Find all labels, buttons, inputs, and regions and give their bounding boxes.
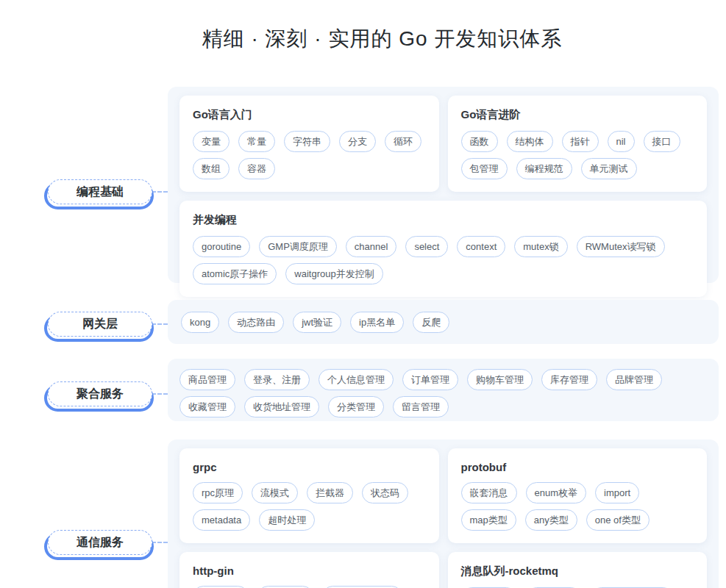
- tag-chip[interactable]: kong: [181, 312, 219, 333]
- section-aggregation-services: 商品管理登录、注册个人信息管理订单管理购物车管理库存管理品牌管理收藏管理收货地址…: [168, 359, 719, 421]
- card-http-gin: http-gin 表单验证错误翻译middlware原理: [179, 552, 439, 588]
- card-rocketmq: 消息队列-rocketmq 普通消息事务消息PushConsumer: [448, 552, 708, 588]
- tag-chip[interactable]: 商品管理: [179, 369, 235, 390]
- tag-chip[interactable]: map类型: [461, 509, 516, 531]
- tag-chip[interactable]: any类型: [525, 509, 577, 531]
- tag-chip[interactable]: 反爬: [413, 312, 449, 333]
- tag-list: 函数结构体指针nil接口包管理编程规范单元测试: [461, 131, 694, 179]
- connector-line: [152, 323, 168, 325]
- category-pill-communication-services[interactable]: 通信服务: [48, 530, 152, 555]
- card-title: 并发编程: [193, 213, 694, 227]
- card-go-language-advanced: Go语言进阶 函数结构体指针nil接口包管理编程规范单元测试: [448, 96, 708, 192]
- tag-chip[interactable]: GMP调度原理: [259, 236, 337, 257]
- category-pill-aggregation-services[interactable]: 聚合服务: [48, 381, 152, 406]
- card-title: Go语言进阶: [461, 108, 694, 122]
- tag-chip[interactable]: 分类管理: [328, 396, 384, 417]
- tag-chip[interactable]: ip黑名单: [350, 312, 404, 333]
- category-pill-label: 网关层: [82, 317, 118, 332]
- tag-list: 嵌套消息enum枚举importmap类型any类型one of类型: [461, 482, 694, 531]
- card-title: http-gin: [193, 564, 426, 577]
- tag-list: goroutineGMP调度原理channelselectcontextmute…: [193, 236, 694, 284]
- connector-line: [152, 191, 168, 193]
- tag-chip[interactable]: 留言管理: [393, 396, 449, 417]
- tag-chip[interactable]: 分支: [339, 131, 376, 152]
- card-concurrent-programming: 并发编程 goroutineGMP调度原理channelselectcontex…: [179, 201, 707, 297]
- tag-chip[interactable]: 变量: [193, 131, 229, 152]
- connector-line: [152, 393, 168, 395]
- tag-chip[interactable]: 指针: [562, 131, 599, 152]
- tag-chip[interactable]: 数组: [193, 158, 229, 179]
- card-grpc: grpc rpc原理流模式拦截器状态码metadata超时处理: [179, 448, 439, 543]
- card-go-language-intro: Go语言入门 变量常量字符串分支循环数组容器: [179, 96, 439, 192]
- card-title: protobuf: [461, 461, 694, 473]
- category-pill-label: 通信服务: [76, 535, 124, 551]
- section-gateway-layer: kong动态路由jwt验证ip黑名单反爬: [168, 300, 719, 344]
- tag-chip[interactable]: one of类型: [586, 509, 650, 531]
- tag-chip[interactable]: goroutine: [193, 236, 250, 257]
- tag-chip[interactable]: 购物车管理: [467, 369, 533, 390]
- tag-chip[interactable]: 状态码: [362, 482, 408, 503]
- tag-chip[interactable]: channel: [346, 236, 397, 257]
- tag-chip[interactable]: rpc原理: [193, 482, 243, 503]
- tag-list: rpc原理流模式拦截器状态码metadata超时处理: [193, 482, 426, 531]
- category-pill-label: 聚合服务: [76, 387, 124, 402]
- card-title: grpc: [193, 461, 426, 473]
- tag-chip[interactable]: enum枚举: [526, 482, 587, 503]
- tag-chip[interactable]: 收藏管理: [179, 396, 235, 417]
- tag-chip[interactable]: metadata: [193, 509, 250, 531]
- tag-chip[interactable]: 超时处理: [259, 509, 315, 531]
- knowledge-map-page: 精细 · 深刻 · 实用的 Go 开发知识体系 编程基础 网关层 聚合服务 通信…: [0, 0, 726, 588]
- tag-chip[interactable]: mutex锁: [514, 236, 567, 257]
- tag-chip[interactable]: 函数: [461, 131, 498, 152]
- tag-list: 变量常量字符串分支循环数组容器: [193, 131, 426, 179]
- section-programming-basics: Go语言入门 变量常量字符串分支循环数组容器 Go语言进阶 函数结构体指针nil…: [168, 87, 719, 283]
- card-protobuf: protobuf 嵌套消息enum枚举importmap类型any类型one o…: [448, 448, 708, 543]
- tag-chip[interactable]: import: [595, 482, 639, 503]
- page-title: 精细 · 深刻 · 实用的 Go 开发知识体系: [0, 25, 726, 53]
- tag-chip[interactable]: 品牌管理: [606, 369, 662, 390]
- tag-list: kong动态路由jwt验证ip黑名单反爬: [181, 312, 705, 333]
- tag-chip[interactable]: 单元测试: [581, 158, 637, 179]
- category-pill-label: 编程基础: [76, 184, 124, 200]
- tag-chip[interactable]: 流模式: [252, 482, 298, 503]
- category-pill-programming-basics[interactable]: 编程基础: [48, 179, 152, 204]
- tag-chip[interactable]: 拦截器: [307, 482, 353, 503]
- tag-chip[interactable]: jwt验证: [293, 312, 341, 333]
- tag-chip[interactable]: 包管理: [461, 158, 508, 179]
- tag-chip[interactable]: select: [405, 236, 448, 257]
- tag-chip[interactable]: 订单管理: [402, 369, 458, 390]
- connector-line: [152, 542, 168, 543]
- tag-chip[interactable]: 动态路由: [228, 312, 284, 333]
- tag-chip[interactable]: 容器: [238, 158, 275, 179]
- tag-chip[interactable]: nil: [608, 131, 635, 152]
- tag-chip[interactable]: waitgroup并发控制: [285, 263, 382, 284]
- tag-chip[interactable]: 循环: [385, 131, 421, 152]
- tag-chip[interactable]: atomic原子操作: [193, 263, 277, 284]
- tag-chip[interactable]: 库存管理: [541, 369, 597, 390]
- tag-chip[interactable]: 常量: [238, 131, 275, 152]
- tag-chip[interactable]: 编程规范: [516, 158, 572, 179]
- tag-chip[interactable]: 个人信息管理: [318, 369, 394, 390]
- card-title: Go语言入门: [193, 108, 426, 122]
- tag-chip[interactable]: 登录、注册: [244, 369, 310, 390]
- tag-chip[interactable]: 收货地址管理: [244, 396, 319, 417]
- category-pill-gateway-layer[interactable]: 网关层: [48, 312, 152, 337]
- tag-chip[interactable]: context: [457, 236, 505, 257]
- card-title: 消息队列-rocketmq: [461, 564, 694, 578]
- tag-chip[interactable]: 字符串: [284, 131, 330, 152]
- tag-chip[interactable]: 嵌套消息: [461, 482, 517, 503]
- tag-chip[interactable]: 接口: [644, 131, 680, 152]
- section-communication-services: grpc rpc原理流模式拦截器状态码metadata超时处理 protobuf…: [168, 440, 719, 588]
- tag-chip[interactable]: RWMutex读写锁: [577, 236, 665, 257]
- tag-chip[interactable]: 结构体: [507, 131, 553, 152]
- tag-list: 商品管理登录、注册个人信息管理订单管理购物车管理库存管理品牌管理收藏管理收货地址…: [179, 369, 707, 417]
